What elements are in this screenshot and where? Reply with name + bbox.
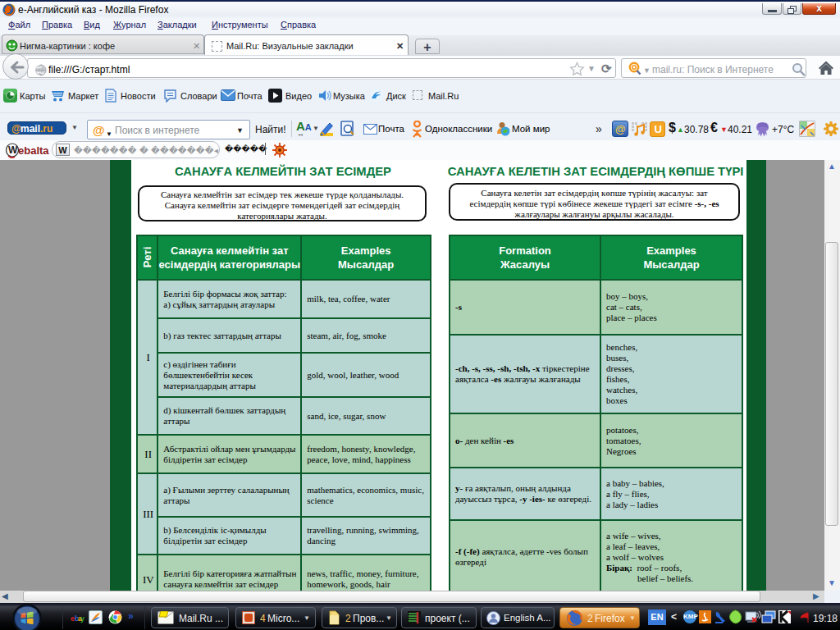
svg-text:@: @	[93, 123, 105, 137]
svg-text:y: y	[80, 614, 84, 623]
svg-text:W: W	[8, 144, 18, 156]
